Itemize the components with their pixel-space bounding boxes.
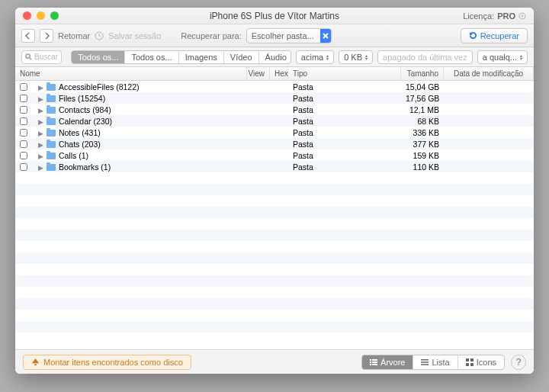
svg-rect-8 xyxy=(370,361,371,363)
disclosure-icon[interactable]: ▶ xyxy=(37,95,44,103)
column-header: Nome View Hex Tipo Tamanho Data de modif… xyxy=(15,67,534,81)
table-row[interactable]: ▶ Bookmarks (1)Pasta110 KB xyxy=(15,161,534,172)
recover-icon xyxy=(469,31,477,40)
tab-all-2[interactable]: Todos os... xyxy=(125,51,178,63)
svg-rect-12 xyxy=(421,359,429,361)
help-button[interactable]: ? xyxy=(511,355,526,370)
row-checkbox[interactable] xyxy=(15,83,32,91)
chevron-down-icon xyxy=(320,29,331,43)
view-list-button[interactable]: Lista xyxy=(413,355,458,369)
table-row xyxy=(15,275,534,287)
name-cell: ▶ Contacts (984) xyxy=(32,105,247,114)
type-cell: Pasta xyxy=(288,82,401,92)
type-cell: Pasta xyxy=(288,117,401,126)
tab-all-1[interactable]: Todos os... xyxy=(72,51,125,63)
col-modified[interactable]: Data de modificação xyxy=(444,67,534,80)
disclosure-icon[interactable]: ▶ xyxy=(37,130,44,137)
folder-icon xyxy=(47,130,56,137)
table-row xyxy=(15,264,534,275)
size-cell: 336 KB xyxy=(401,128,444,137)
nav-fwd-button[interactable] xyxy=(40,29,53,43)
search-input[interactable]: Buscar xyxy=(21,50,62,64)
tab-video[interactable]: Vídeo xyxy=(224,51,259,63)
folder-icon xyxy=(47,153,56,159)
col-name[interactable]: Nome xyxy=(15,67,247,80)
main-toolbar: Retomar Salvar sessão Recuperar para: Es… xyxy=(15,24,534,47)
name-cell: ▶ Files (15254) xyxy=(32,94,247,103)
table-row[interactable]: ▶ Files (15254)Pasta17,56 GB xyxy=(15,92,534,104)
col-size[interactable]: Tamanho xyxy=(401,67,444,80)
destination-popup[interactable]: Escolher pasta... xyxy=(246,28,332,43)
size-cell: 110 KB xyxy=(401,162,444,172)
license-info-icon xyxy=(518,12,526,20)
name-cell: ▶ Bookmarks (1) xyxy=(32,162,247,172)
col-view[interactable]: View xyxy=(247,67,270,80)
table-row[interactable]: ▶ Contacts (984)Pasta12,1 MB xyxy=(15,104,534,115)
disclosure-icon[interactable]: ▶ xyxy=(37,107,44,114)
license-badge[interactable]: Licença: PRO xyxy=(463,11,526,21)
table-row xyxy=(15,287,534,298)
table-row[interactable]: ▶ Calendar (230)Pasta68 KB xyxy=(15,115,534,127)
minimize-icon[interactable] xyxy=(37,11,45,20)
folder-icon xyxy=(47,164,56,171)
svg-rect-9 xyxy=(372,361,377,363)
table-row[interactable]: ▶ Notes (431)Pasta336 KB xyxy=(15,127,534,138)
svg-rect-5 xyxy=(34,364,37,365)
filter-tabs: Todos os... Todos os... Imagens Vídeo Áu… xyxy=(71,50,291,64)
nav-back-button[interactable] xyxy=(21,29,35,43)
app-window: iPhone 6S Plus de Vítor Martins Licença:… xyxy=(15,8,534,374)
size-direction-select[interactable]: acima▴▾ xyxy=(296,50,334,64)
svg-rect-7 xyxy=(372,359,377,361)
disclosure-icon[interactable]: ▶ xyxy=(37,118,44,126)
table-row xyxy=(15,321,534,333)
row-checkbox[interactable] xyxy=(15,140,32,148)
row-checkbox[interactable] xyxy=(15,152,32,159)
folder-icon xyxy=(47,95,56,102)
view-icons-button[interactable]: Icons xyxy=(458,355,504,369)
row-checkbox[interactable] xyxy=(15,106,32,114)
save-session-icon[interactable] xyxy=(95,31,104,40)
table-row[interactable]: ▶ AccessibleFiles (8122)Pasta15,04 GB xyxy=(15,81,534,92)
svg-rect-15 xyxy=(466,358,469,361)
window-controls xyxy=(15,11,59,20)
svg-point-1 xyxy=(522,14,523,16)
disclosure-icon[interactable]: ▶ xyxy=(37,153,44,160)
size-cell: 17,56 GB xyxy=(401,94,444,103)
name-cell: ▶ Notes (431) xyxy=(32,128,247,137)
table-row xyxy=(15,298,534,310)
modified-select[interactable]: apagado da última vez xyxy=(377,50,473,64)
disclosure-icon[interactable]: ▶ xyxy=(37,84,44,92)
save-session-label[interactable]: Salvar sessão xyxy=(108,31,161,40)
size-cell: 15,04 GB xyxy=(401,82,444,92)
row-checkbox[interactable] xyxy=(15,95,32,102)
svg-rect-17 xyxy=(466,363,469,366)
footer: Montar itens encontrados como disco Árvo… xyxy=(15,349,534,374)
any-select[interactable]: a qualq...▴▾ xyxy=(477,50,528,64)
size-cell: 68 KB xyxy=(401,117,444,126)
col-type[interactable]: Tipo xyxy=(288,67,401,80)
type-cell: Pasta xyxy=(288,151,401,160)
name-cell: ▶ Calls (1) xyxy=(32,151,247,160)
table-row[interactable]: ▶ Calls (1)Pasta159 KB xyxy=(15,149,534,161)
tab-audio[interactable]: Áudio xyxy=(259,51,291,63)
zoom-icon[interactable] xyxy=(50,11,59,20)
retomar-label[interactable]: Retomar xyxy=(58,31,90,40)
row-checkbox[interactable] xyxy=(15,129,32,137)
size-value-select[interactable]: 0 KB▴▾ xyxy=(339,50,373,64)
row-checkbox[interactable] xyxy=(15,117,32,125)
row-checkbox[interactable] xyxy=(15,163,32,171)
view-tree-button[interactable]: Árvore xyxy=(362,355,413,369)
tab-images[interactable]: Imagens xyxy=(179,51,224,63)
col-hex[interactable]: Hex xyxy=(270,67,288,80)
view-mode-segment: Árvore Lista Icons xyxy=(361,355,505,370)
recover-button[interactable]: Recuperar xyxy=(461,28,528,43)
disclosure-icon[interactable]: ▶ xyxy=(37,141,44,149)
table-row xyxy=(15,252,534,264)
disclosure-icon[interactable]: ▶ xyxy=(37,164,44,172)
close-icon[interactable] xyxy=(23,11,31,20)
table-row xyxy=(15,207,534,218)
mount-button[interactable]: Montar itens encontrados como disco xyxy=(23,355,191,370)
table-row xyxy=(15,172,534,184)
table-row[interactable]: ▶ Chats (203)Pasta377 KB xyxy=(15,138,534,149)
size-cell: 377 KB xyxy=(401,140,444,149)
